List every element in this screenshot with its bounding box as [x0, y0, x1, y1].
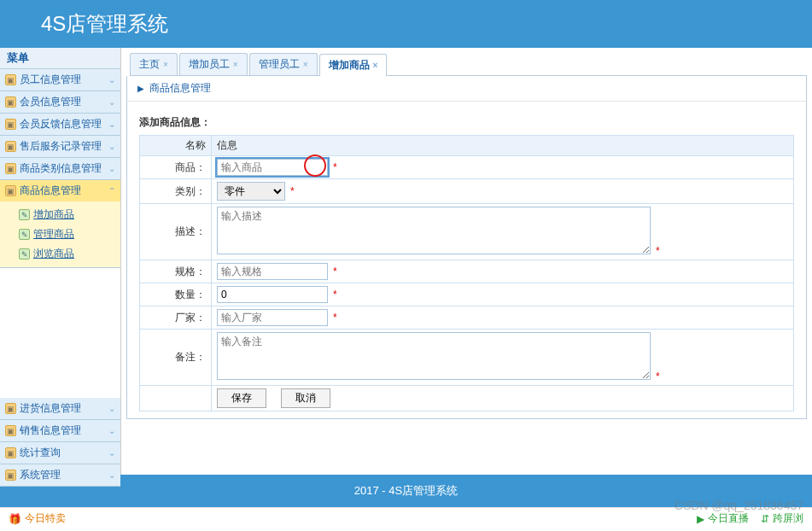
chevron-down-icon: ⌄ [108, 97, 115, 107]
sidebar-item-members[interactable]: ▣会员信息管理⌄ [0, 91, 120, 113]
sidebar-item-purchase[interactable]: ▣进货信息管理⌄ [0, 398, 120, 419]
chevron-down-icon: ⌄ [108, 164, 115, 173]
required-mark: * [333, 312, 337, 324]
tab-add-employee[interactable]: 增加员工× [179, 53, 248, 75]
bb-label: 今日特卖 [25, 511, 66, 526]
sidebar-item-aftersales[interactable]: ▣售后服务记录管理⌄ [0, 136, 120, 157]
sidebar-item-stats[interactable]: ▣统计查询⌄ [0, 442, 120, 464]
sidebar-item-label: 会员反馈信息管理 [20, 117, 102, 131]
breadcrumb-text: 商品信息管理 [149, 81, 211, 96]
category-select[interactable]: 零件 [217, 182, 285, 201]
note-input[interactable] [217, 332, 651, 380]
chevron-down-icon: ⌄ [108, 120, 115, 129]
sidebar-sub-add-product[interactable]: ✎增加商品 [19, 205, 120, 225]
folder-icon: ▣ [5, 185, 16, 196]
spec-label: 规格： [140, 260, 212, 283]
breadcrumb: ▶商品信息管理 [127, 76, 806, 102]
folder-icon: ▣ [5, 425, 16, 436]
chevron-down-icon: ⌄ [108, 426, 115, 435]
sidebar-sub-label: 增加商品 [33, 207, 74, 222]
cancel-button[interactable]: 取消 [281, 388, 330, 408]
folder-icon: ▣ [5, 96, 16, 108]
sidebar-item-employees[interactable]: ▣员工信息管理⌄ [0, 69, 120, 90]
sidebar-item-label: 商品信息管理 [20, 184, 81, 198]
app-title: 4S店管理系统 [41, 10, 168, 38]
tab-label: 主页 [139, 57, 160, 72]
sidebar-item-label: 进货信息管理 [20, 401, 81, 416]
product-input[interactable] [217, 159, 328, 176]
col-name: 名称 [140, 136, 212, 156]
sidebar-item-products[interactable]: ▣商品信息管理⌃ [0, 180, 120, 201]
page-icon: ✎ [19, 209, 30, 220]
sidebar-item-label: 售后服务记录管理 [20, 139, 102, 154]
sidebar-item-label: 系统管理 [20, 468, 61, 482]
chevron-down-icon: ⌄ [108, 404, 115, 413]
cast-icon: ⇵ [761, 513, 769, 525]
tab-add-product[interactable]: 增加商品× [319, 54, 388, 76]
folder-icon: ▣ [5, 447, 16, 458]
folder-icon: ▣ [5, 403, 16, 414]
desc-label: 描述： [140, 204, 212, 260]
tab-label: 管理员工 [259, 57, 300, 72]
chevron-down-icon: ⌄ [108, 470, 115, 480]
footer: 2017 - 4S店管理系统 [0, 475, 812, 507]
qty-label: 数量： [140, 283, 212, 306]
sidebar-item-label: 销售信息管理 [20, 423, 81, 438]
category-label: 类别： [140, 179, 212, 204]
close-icon[interactable]: × [233, 60, 238, 69]
chevron-up-icon: ⌃ [108, 186, 115, 195]
bb-label: 今日直播 [708, 511, 749, 526]
required-mark: * [333, 266, 337, 277]
tab-home[interactable]: 主页× [130, 53, 178, 75]
qty-input[interactable] [217, 286, 328, 303]
close-icon[interactable]: × [303, 60, 308, 69]
sidebar-item-label: 会员信息管理 [20, 95, 81, 109]
close-icon[interactable]: × [163, 60, 168, 69]
sidebar-sub-label: 浏览商品 [33, 247, 74, 261]
required-mark: * [656, 371, 660, 382]
folder-icon: ▣ [5, 163, 16, 174]
footer-text: 2017 - 4S店管理系统 [354, 484, 458, 497]
product-label: 商品： [140, 156, 212, 179]
sidebar-item-label: 员工信息管理 [20, 73, 81, 87]
col-info: 信息 [212, 136, 794, 156]
bb-label: 跨屏浏 [773, 511, 803, 526]
chevron-down-icon: ⌄ [108, 448, 115, 458]
gift-icon: 🎁 [9, 513, 21, 525]
bottom-today-sale[interactable]: 🎁今日特卖 [9, 511, 66, 526]
sidebar-sub-browse-product[interactable]: ✎浏览商品 [19, 244, 120, 264]
save-button[interactable]: 保存 [217, 388, 266, 408]
bottom-live[interactable]: ▶今日直播 [697, 511, 749, 526]
arrow-icon: ▶ [137, 84, 144, 93]
sidebar-item-sales[interactable]: ▣销售信息管理⌄ [0, 420, 120, 441]
note-label: 备注： [140, 330, 212, 386]
required-mark: * [333, 161, 337, 173]
required-mark: * [656, 245, 660, 257]
sidebar-item-categories[interactable]: ▣商品类别信息管理⌄ [0, 158, 120, 179]
sidebar-title: 菜单 [0, 48, 120, 69]
sidebar-item-label: 商品类别信息管理 [20, 161, 102, 176]
chevron-down-icon: ⌄ [108, 75, 115, 85]
tab-label: 增加商品 [329, 58, 370, 73]
desc-input[interactable] [217, 207, 651, 254]
sidebar-item-feedback[interactable]: ▣会员反馈信息管理⌄ [0, 114, 120, 135]
mfr-input[interactable] [217, 309, 328, 326]
folder-icon: ▣ [5, 119, 16, 130]
page-icon: ✎ [19, 229, 30, 240]
page-icon: ✎ [19, 248, 30, 260]
sidebar-sub-label: 管理商品 [33, 227, 74, 242]
folder-icon: ▣ [5, 470, 16, 481]
tab-bar: 主页× 增加员工× 管理员工× 增加商品× [130, 53, 807, 76]
product-form-table: 名称信息 商品： * 类别： 零件* 描述： * [139, 135, 794, 411]
required-mark: * [290, 185, 295, 197]
sidebar-sub-manage-product[interactable]: ✎管理商品 [19, 225, 120, 244]
tab-manage-employee[interactable]: 管理员工× [249, 53, 318, 75]
sidebar-item-system[interactable]: ▣系统管理⌄ [0, 464, 120, 486]
bottom-bar: 🎁今日特卖 ▶今日直播 ⇵跨屏浏 [0, 507, 812, 529]
folder-icon: ▣ [5, 141, 16, 152]
app-header: 4S店管理系统 [0, 0, 812, 48]
bottom-cast[interactable]: ⇵跨屏浏 [761, 511, 803, 526]
close-icon[interactable]: × [373, 61, 378, 70]
folder-icon: ▣ [5, 74, 16, 85]
spec-input[interactable] [217, 263, 328, 280]
